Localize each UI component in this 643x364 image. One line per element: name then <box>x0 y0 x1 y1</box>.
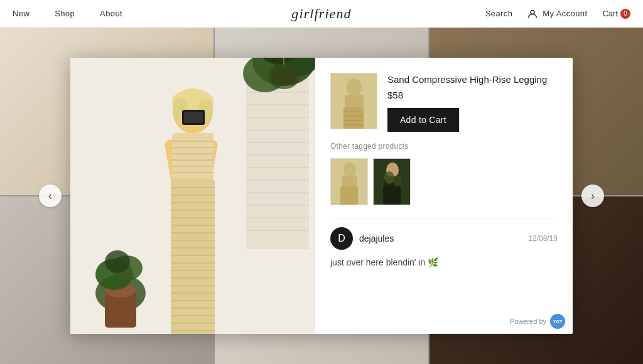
add-to-cart-button[interactable]: Add to Cart <box>387 108 459 132</box>
nav-brand-center: girlfriend <box>291 6 351 22</box>
modal-info: Sand Compressive High-Rise Legging $58 A… <box>315 58 573 334</box>
navbar: New Shop About girlfriend Search My Acco… <box>0 0 643 28</box>
user-info-left: D dejajules <box>330 227 394 250</box>
product-price: $58 <box>387 90 558 100</box>
svg-point-27 <box>105 250 130 273</box>
user-row: D dejajules 12/08/19 <box>330 227 558 250</box>
yot-logo: YOT <box>550 314 565 329</box>
svg-rect-74 <box>342 176 357 188</box>
modal-photo <box>70 58 315 334</box>
svg-text:YOT: YOT <box>553 319 563 324</box>
powered-by-label: Powered by <box>510 318 546 325</box>
svg-point-21 <box>268 64 300 89</box>
photo-svg <box>70 58 315 334</box>
svg-rect-75 <box>340 186 358 205</box>
product-thumbnail <box>330 73 377 129</box>
nav-search[interactable]: Search <box>485 9 513 18</box>
account-label: My Account <box>543 9 587 18</box>
username[interactable]: dejajules <box>359 233 394 244</box>
product-row: Sand Compressive High-Rise Legging $58 A… <box>330 73 558 132</box>
modal-overlay: ‹ <box>0 28 643 364</box>
tagged-thumb-2-svg <box>374 159 411 205</box>
post-caption: just over here blendin' in 🌿 <box>330 256 558 269</box>
next-arrow-button[interactable]: › <box>581 185 604 207</box>
svg-rect-66 <box>345 95 364 109</box>
cart-wrap[interactable]: Cart 0 <box>602 9 630 19</box>
svg-point-79 <box>384 171 394 184</box>
svg-point-80 <box>393 175 402 186</box>
divider <box>330 218 558 218</box>
svg-point-65 <box>347 78 362 96</box>
tagged-product-2[interactable] <box>373 158 411 205</box>
modal: ‹ <box>70 58 573 334</box>
svg-rect-33 <box>184 112 203 123</box>
nav-account[interactable]: My Account <box>527 9 587 19</box>
nav-new[interactable]: New <box>13 9 30 18</box>
other-tagged-label: Other tagged products <box>330 142 558 151</box>
prev-arrow-button[interactable]: ‹ <box>39 185 62 207</box>
cart-badge: 0 <box>620 9 630 19</box>
nav-right: Search My Account Cart 0 <box>485 9 630 19</box>
product-details: Sand Compressive High-Rise Legging $58 A… <box>387 73 558 132</box>
photo-scene <box>70 58 315 334</box>
powered-by: Powered by YOT <box>510 314 565 329</box>
cart-label: Cart <box>602 9 618 18</box>
tagged-product-1[interactable] <box>330 158 368 205</box>
post-date: 12/08/19 <box>528 234 558 243</box>
tagged-thumb-1-svg <box>331 159 368 205</box>
nav-shop[interactable]: Shop <box>55 9 75 18</box>
tagged-thumbs <box>330 158 558 205</box>
svg-rect-2 <box>246 73 309 249</box>
product-name: Sand Compressive High-Rise Legging <box>387 73 558 86</box>
svg-point-0 <box>531 10 534 14</box>
nav-left: New Shop About <box>13 9 122 18</box>
svg-rect-81 <box>383 186 401 205</box>
nav-about[interactable]: About <box>100 9 122 18</box>
yot-logo-svg: YOT <box>553 316 563 326</box>
user-avatar: D <box>330 227 353 250</box>
product-thumb-svg <box>331 73 377 129</box>
account-icon <box>527 9 538 19</box>
svg-rect-67 <box>343 107 364 129</box>
svg-point-73 <box>343 163 356 178</box>
brand-logo[interactable]: girlfriend <box>291 6 351 21</box>
